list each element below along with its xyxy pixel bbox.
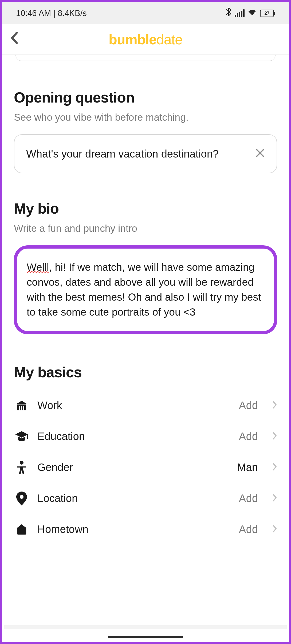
bio-title: My bio bbox=[14, 200, 277, 217]
bottom-edge bbox=[4, 625, 287, 629]
basics-label: Work bbox=[37, 399, 231, 411]
basics-label: Hometown bbox=[37, 523, 231, 535]
bio-subtitle: Write a fun and punchy intro bbox=[14, 223, 277, 234]
basics-label: Education bbox=[37, 430, 231, 442]
battery-icon: 27 bbox=[260, 10, 275, 17]
svg-point-0 bbox=[20, 461, 23, 465]
basics-title: My basics bbox=[14, 364, 277, 381]
basics-row-gender[interactable]: Gender Man bbox=[14, 452, 277, 483]
basics-value: Add bbox=[239, 430, 258, 442]
basics-value: Man bbox=[237, 461, 258, 473]
signal-icon bbox=[235, 10, 245, 17]
bluetooth-icon bbox=[226, 8, 231, 19]
location-icon bbox=[14, 491, 29, 506]
basics-value: Add bbox=[239, 492, 258, 504]
chevron-right-icon bbox=[272, 462, 277, 473]
opening-question-card[interactable]: What's your dream vacation destination? bbox=[14, 134, 277, 173]
bio-card[interactable]: Welll, hi! If we match, we will have som… bbox=[14, 245, 277, 334]
gender-icon bbox=[14, 460, 29, 475]
close-icon[interactable] bbox=[255, 147, 265, 160]
home-indicator[interactable] bbox=[108, 636, 183, 638]
basics-row-education[interactable]: Education Add bbox=[14, 421, 277, 452]
opening-question-title: Opening question bbox=[14, 89, 277, 106]
app-title: bumbledate bbox=[109, 32, 182, 48]
opening-question-subtitle: See who you vibe with before matching. bbox=[14, 112, 277, 123]
status-bar: 10:46 AM | 8.4KB/s 27 bbox=[2, 2, 289, 24]
opening-question-text: What's your dream vacation destination? bbox=[26, 146, 255, 162]
basics-row-hometown[interactable]: Hometown Add bbox=[14, 514, 277, 545]
basics-label: Location bbox=[37, 492, 231, 504]
content-area: Opening question See who you vibe with b… bbox=[2, 55, 289, 545]
basics-row-work[interactable]: Work Add bbox=[14, 390, 277, 421]
bio-misspelled-word: Welll bbox=[27, 261, 49, 273]
education-icon bbox=[14, 429, 29, 444]
chevron-right-icon bbox=[272, 493, 277, 504]
basics-value: Add bbox=[239, 523, 258, 535]
app-header: bumbledate bbox=[2, 24, 289, 55]
work-icon bbox=[14, 398, 29, 413]
basics-label: Gender bbox=[37, 461, 229, 473]
chevron-right-icon bbox=[272, 431, 277, 442]
bio-text: Welll, hi! If we match, we will have som… bbox=[27, 260, 264, 320]
hometown-icon bbox=[14, 522, 29, 537]
status-time-data: 10:46 AM | 8.4KB/s bbox=[16, 9, 87, 18]
wifi-icon bbox=[248, 9, 257, 18]
basics-value: Add bbox=[239, 399, 258, 411]
chevron-right-icon bbox=[272, 524, 277, 535]
basics-row-location[interactable]: Location Add bbox=[14, 483, 277, 514]
chevron-right-icon bbox=[272, 400, 277, 411]
status-right: 27 bbox=[226, 8, 275, 19]
bio-rest-text: , hi! If we match, we will have some ama… bbox=[27, 261, 261, 318]
basics-list: Work Add Education Add Gender Man bbox=[14, 390, 277, 545]
back-button[interactable] bbox=[10, 32, 26, 47]
partial-card-edge bbox=[15, 55, 276, 61]
